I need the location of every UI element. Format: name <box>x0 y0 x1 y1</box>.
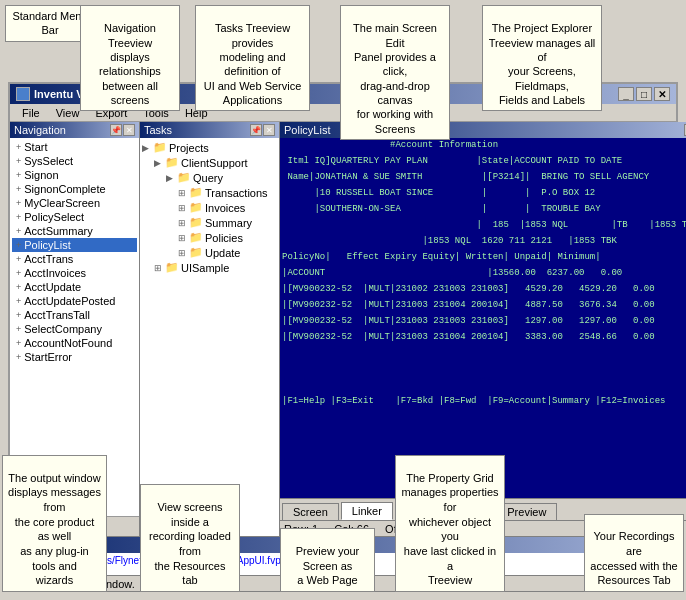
callout-recordings-tab: Your Recordings are accessed with the Re… <box>584 514 684 592</box>
nav-item-accttranstall[interactable]: + AcctTransTall <box>12 308 137 322</box>
screen-content[interactable]: #Account Information Itml IQ]QUARTERLY P… <box>280 138 686 498</box>
screen-line: Name|JONATHAN & SUE SMITH |[P3214]| BRIN… <box>282 172 686 188</box>
nav-item-policyselect[interactable]: + PolicySelect <box>12 210 137 224</box>
nav-close-icon[interactable]: ✕ <box>123 124 135 136</box>
tasks-panel: Tasks 📌 ✕ ▶ 📁 Projects ▶ 📁 ClientSupport <box>140 122 280 536</box>
nav-item-signon[interactable]: + Signon <box>12 168 137 182</box>
callout-nav-treeview: Navigation Treeview displays relationshi… <box>80 5 180 111</box>
main-content: Navigation 📌 ✕ + Start+ SysSelect+ Signo… <box>10 122 676 536</box>
callout-property-grid: The Property Grid manages properties for… <box>395 455 505 592</box>
tasks-pin-icon[interactable]: 📌 <box>250 124 262 136</box>
screen-line: | 185 |1853 NQL |TB |1853 TBK <box>282 220 686 236</box>
tasks-tree: ▶ 📁 Projects ▶ 📁 ClientSupport ▶ 📁 <box>140 138 279 536</box>
tree-item-transactions[interactable]: ⊞ 📁 Transactions <box>178 185 277 200</box>
screen-line: Itml IQ]QUARTERLY PAY PLAN |State|ACCOUN… <box>282 156 686 172</box>
tree-item-invoices[interactable]: ⊞ 📁 Invoices <box>178 200 277 215</box>
screen-line: |ACCOUNT |13560.00 6237.00 0.00 <box>282 268 686 284</box>
screen-tab-linker[interactable]: Linker <box>341 502 393 520</box>
screen-line <box>282 380 686 396</box>
nav-item-acctupdateposted[interactable]: + AcctUpdatePosted <box>12 294 137 308</box>
callout-screen-edit: The main Screen Edit Panel provides a cl… <box>340 5 450 140</box>
minimize-button[interactable]: _ <box>618 87 634 101</box>
callout-tasks-treeview: Tasks Treeview provides modeling and def… <box>195 5 310 111</box>
tree-item-update[interactable]: ⊞ 📁 Update <box>178 245 277 260</box>
screen-line: |SOUTHERN-ON-SEA | | TROUBLE BAY <box>282 204 686 220</box>
screen-line: |[MV900232-52 |MULT|231002 231003 231003… <box>282 284 686 300</box>
main-window: Inventu Viewer Studio _ □ ✕ File View Ex… <box>8 82 678 538</box>
callout-project-explorer: The Project Explorer Treeview manages al… <box>482 5 602 111</box>
nav-item-policylist[interactable]: + PolicyList <box>12 238 137 252</box>
menu-file[interactable]: File <box>14 105 48 121</box>
nav-item-accttrans[interactable]: + AcctTrans <box>12 252 137 266</box>
screen-line: |10 RUSSELL BOAT SINCE | | P.O BOX 12 <box>282 188 686 204</box>
tasks-panel-title: Tasks 📌 ✕ <box>140 122 279 138</box>
maximize-button[interactable]: □ <box>636 87 652 101</box>
tree-item-uisample[interactable]: ⊞ 📁 UISample <box>154 260 277 275</box>
screen-line <box>282 348 686 364</box>
tree-item-clientsupport[interactable]: ▶ 📁 ClientSupport <box>154 155 277 170</box>
screen-line: |[MV900232-52 |MULT|231003 231004 200104… <box>282 332 686 348</box>
nav-item-acctinvoices[interactable]: + AcctInvoices <box>12 266 137 280</box>
close-button[interactable]: ✕ <box>654 87 670 101</box>
nav-item-accountnotfound[interactable]: + AccountNotFound <box>12 336 137 350</box>
screen-line: |[MV900232-52 |MULT|231003 231004 200104… <box>282 300 686 316</box>
screen-line: PolicyNo| Effect Expiry Equity| Written|… <box>282 252 686 268</box>
screen-line: |[MV900232-52 |MULT|231003 231003 231003… <box>282 316 686 332</box>
nav-item-start[interactable]: + Start <box>12 140 137 154</box>
callout-output-window: The output window displays messages from… <box>2 455 107 592</box>
callout-web-preview: Preview your Screen as a Web Page <box>280 528 375 592</box>
screen-line: |1853 NQL 1620 711 2121 |1853 TBK <box>282 236 686 252</box>
nav-item-acctupdate[interactable]: + AcctUpdate <box>12 280 137 294</box>
screen-line: |F1=Help |F3=Exit |F7=Bkd |F8=Fwd |F9=Ac… <box>282 396 686 412</box>
nav-panel-title: Navigation 📌 ✕ <box>10 122 139 138</box>
nav-pin-icon[interactable]: 📌 <box>110 124 122 136</box>
nav-item-sysselect[interactable]: + SysSelect <box>12 154 137 168</box>
screen-tab-screen[interactable]: Screen <box>282 503 339 520</box>
callout-recording: View screens inside a recording loaded f… <box>140 484 240 592</box>
screen-line: #Account Information <box>282 140 686 156</box>
nav-item-starterror[interactable]: + StartError <box>12 350 137 364</box>
screen-line <box>282 364 686 380</box>
nav-item-signoncomplete[interactable]: + SignonComplete <box>12 182 137 196</box>
nav-item-selectcompany[interactable]: + SelectCompany <box>12 322 137 336</box>
nav-item-myclearscreen[interactable]: + MyClearScreen <box>12 196 137 210</box>
app-icon <box>16 87 30 101</box>
nav-item-acctsummary[interactable]: + AcctSummary <box>12 224 137 238</box>
tree-item-policies[interactable]: ⊞ 📁 Policies <box>178 230 277 245</box>
tree-item-query[interactable]: ▶ 📁 Query <box>166 170 277 185</box>
tasks-close-icon[interactable]: ✕ <box>263 124 275 136</box>
tree-item-summary[interactable]: ⊞ 📁 Summary <box>178 215 277 230</box>
tree-item-projects[interactable]: ▶ 📁 Projects <box>142 140 277 155</box>
